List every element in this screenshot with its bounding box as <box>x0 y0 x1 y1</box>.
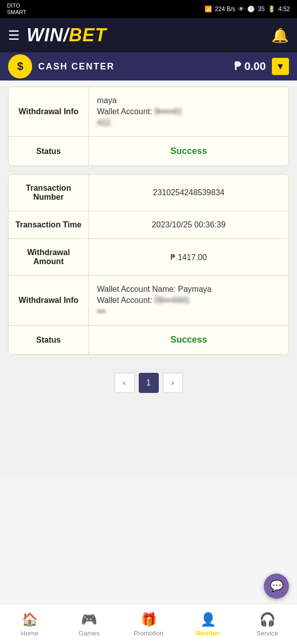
main-content: Withdrawal Info maya Wallet Account: 9••… <box>0 87 297 476</box>
header-left: ☰ WIN/BET <box>8 25 107 46</box>
nav-label-service: Service <box>256 629 278 637</box>
games-icon: 🎮 <box>81 612 97 627</box>
status-value: Success <box>89 326 288 354</box>
header: ☰ WIN/BET 🔔 <box>0 18 297 52</box>
withdrawal-amount-label: Withdrawal Amount <box>9 239 89 275</box>
top-partial-card: Withdrawal Info maya Wallet Account: 9••… <box>8 87 289 166</box>
withdrawal-account-blurred: 09•••4441 <box>154 296 189 305</box>
logo: WIN/BET <box>27 25 107 46</box>
notification-bell[interactable]: 🔔 <box>271 27 289 44</box>
cash-icon: $ <box>8 54 32 78</box>
member-icon: 👤 <box>200 612 216 627</box>
transaction-time-row: Transaction Time 2023/10/25 00:36:39 <box>9 211 288 239</box>
status-icons: 📶 224 B/s 👁 🕐 35 🔋 4:52 <box>205 6 290 13</box>
transaction-number-row: Transaction Number 2310254248539834 <box>9 175 288 211</box>
withdrawal-info-value: Wallet Account Name: Paymaya Wallet Acco… <box>89 276 288 325</box>
withdrawal-amount-value: ₱ 1417.00 <box>89 239 288 275</box>
logo-slash: / <box>63 25 69 45</box>
prev-page-button[interactable]: ‹ <box>115 373 135 393</box>
withdrawal-account-extra: ••• <box>97 307 106 316</box>
withdrawal-name: Wallet Account Name: Paymaya <box>97 285 212 294</box>
top-withdrawal-info-row: Withdrawal Info maya Wallet Account: 9••… <box>9 87 288 137</box>
top-status-label: Status <box>9 137 89 166</box>
withdrawal-account: Wallet Account: 09•••4441 <box>97 296 189 305</box>
promotion-icon: 🎁 <box>141 612 157 627</box>
clock-icon: 🕐 <box>247 6 255 13</box>
nav-item-home[interactable]: 🏠 Home <box>0 604 59 644</box>
battery-icon: 🔋 <box>268 6 275 13</box>
signal-icon: 📶 <box>205 6 212 13</box>
main-transaction-card: Transaction Number 2310254248539834 Tran… <box>8 174 289 355</box>
fab-button[interactable]: 💬 <box>264 574 289 599</box>
battery-level: 35 <box>258 6 264 13</box>
nav-item-games[interactable]: 🎮 Games <box>59 604 119 644</box>
carrier-info: DITO SMART <box>7 3 26 16</box>
top-status-value: Success <box>89 137 288 166</box>
logo-win: WIN <box>27 25 63 45</box>
withdrawal-amount-row: Withdrawal Amount ₱ 1417.00 <box>9 239 288 276</box>
nav-item-service[interactable]: 🎧 Service <box>238 604 297 644</box>
current-page-button[interactable]: 1 <box>139 373 159 393</box>
status-label: Status <box>9 326 89 354</box>
status-bar: DITO SMART 📶 224 B/s 👁 🕐 35 🔋 4:52 <box>0 0 297 18</box>
nav-item-member[interactable]: 👤 Member <box>178 604 238 644</box>
top-account-extra: 412 <box>97 118 111 127</box>
service-icon: 🎧 <box>259 612 275 627</box>
top-status-row: Status Success <box>9 137 288 166</box>
top-withdrawal-method: maya <box>97 96 117 105</box>
time-display: 4:52 <box>278 6 290 13</box>
bottom-nav: 🏠 Home 🎮 Games 🎁 Promotion 👤 Member 🎧 Se… <box>0 604 297 644</box>
carrier-name: DITO <box>7 3 26 9</box>
nav-item-promotion[interactable]: 🎁 Promotion <box>119 604 178 644</box>
nav-label-member: Member <box>195 629 221 637</box>
eye-icon: 👁 <box>238 6 244 13</box>
nav-label-promotion: Promotion <box>134 629 163 637</box>
menu-button[interactable]: ☰ <box>8 28 20 43</box>
transaction-number-value: 2310254248539834 <box>89 175 288 211</box>
cash-center-bar: $ CASH CENTER ₱ 0.00 ▼ <box>0 52 297 80</box>
balance-dropdown[interactable]: ▼ <box>272 58 289 75</box>
top-account-blurred: 9•••••41 <box>154 107 182 116</box>
home-icon: 🏠 <box>22 612 38 627</box>
top-withdrawal-info-value: maya Wallet Account: 9•••••41 412 <box>89 87 288 136</box>
status-row: Status Success <box>9 326 288 354</box>
cash-balance: ₱ 0.00 <box>234 60 266 73</box>
cash-center-label: CASH CENTER <box>38 61 234 72</box>
top-withdrawal-info-label: Withdrawal Info <box>9 87 89 136</box>
logo-bet: BET <box>69 25 107 45</box>
transaction-time-value: 2023/10/25 00:36:39 <box>89 211 288 238</box>
fab-icon: 💬 <box>270 580 283 593</box>
withdrawal-info-row: Withdrawal Info Wallet Account Name: Pay… <box>9 276 288 326</box>
pagination: ‹ 1 › <box>8 363 289 398</box>
transaction-number-label: Transaction Number <box>9 175 89 211</box>
transaction-time-label: Transaction Time <box>9 211 89 238</box>
wifi-speed: 224 B/s <box>215 6 236 13</box>
top-withdrawal-account: Wallet Account: 9•••••41 <box>97 107 182 116</box>
withdrawal-info-label: Withdrawal Info <box>9 276 89 325</box>
nav-label-home: Home <box>21 629 39 637</box>
carrier2-name: SMART <box>7 9 26 16</box>
next-page-button[interactable]: › <box>163 373 183 393</box>
nav-label-games: Games <box>78 629 100 637</box>
